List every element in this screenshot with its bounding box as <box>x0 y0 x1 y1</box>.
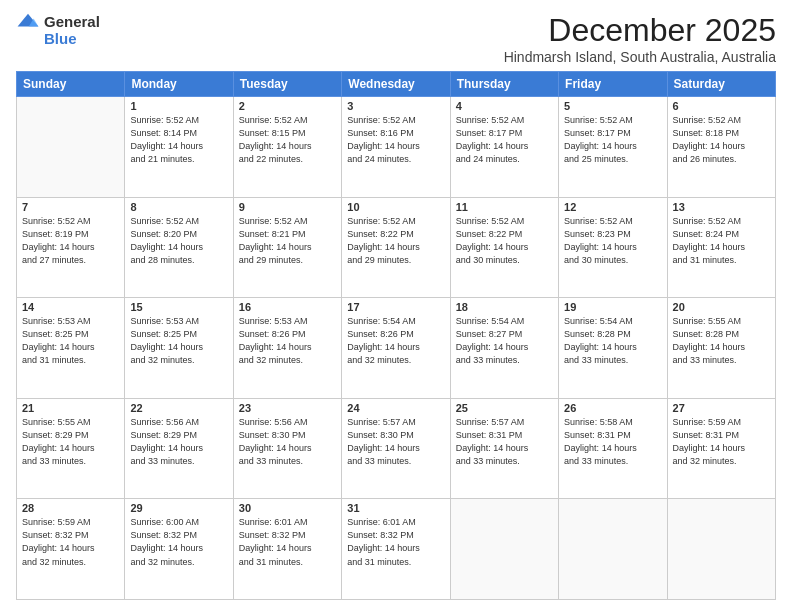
day-number: 24 <box>347 402 444 414</box>
day-number: 21 <box>22 402 119 414</box>
logo: General Blue <box>16 12 100 47</box>
table-row: 1Sunrise: 5:52 AM Sunset: 8:14 PM Daylig… <box>125 97 233 198</box>
day-info: Sunrise: 5:59 AM Sunset: 8:31 PM Dayligh… <box>673 416 770 468</box>
day-number: 4 <box>456 100 553 112</box>
table-row: 23Sunrise: 5:56 AM Sunset: 8:30 PM Dayli… <box>233 398 341 499</box>
day-number: 28 <box>22 502 119 514</box>
day-info: Sunrise: 5:52 AM Sunset: 8:23 PM Dayligh… <box>564 215 661 267</box>
day-info: Sunrise: 5:53 AM Sunset: 8:26 PM Dayligh… <box>239 315 336 367</box>
day-info: Sunrise: 5:59 AM Sunset: 8:32 PM Dayligh… <box>22 516 119 568</box>
day-info: Sunrise: 5:52 AM Sunset: 8:20 PM Dayligh… <box>130 215 227 267</box>
table-row: 2Sunrise: 5:52 AM Sunset: 8:15 PM Daylig… <box>233 97 341 198</box>
table-row: 24Sunrise: 5:57 AM Sunset: 8:30 PM Dayli… <box>342 398 450 499</box>
day-number: 19 <box>564 301 661 313</box>
col-tuesday: Tuesday <box>233 72 341 97</box>
table-row: 5Sunrise: 5:52 AM Sunset: 8:17 PM Daylig… <box>559 97 667 198</box>
day-number: 30 <box>239 502 336 514</box>
day-info: Sunrise: 6:00 AM Sunset: 8:32 PM Dayligh… <box>130 516 227 568</box>
day-number: 29 <box>130 502 227 514</box>
table-row <box>559 499 667 600</box>
day-number: 20 <box>673 301 770 313</box>
day-info: Sunrise: 5:52 AM Sunset: 8:22 PM Dayligh… <box>347 215 444 267</box>
table-row: 13Sunrise: 5:52 AM Sunset: 8:24 PM Dayli… <box>667 197 775 298</box>
calendar-header-row: Sunday Monday Tuesday Wednesday Thursday… <box>17 72 776 97</box>
day-number: 7 <box>22 201 119 213</box>
day-info: Sunrise: 5:55 AM Sunset: 8:29 PM Dayligh… <box>22 416 119 468</box>
day-number: 14 <box>22 301 119 313</box>
day-info: Sunrise: 5:58 AM Sunset: 8:31 PM Dayligh… <box>564 416 661 468</box>
table-row: 15Sunrise: 5:53 AM Sunset: 8:25 PM Dayli… <box>125 298 233 399</box>
calendar-body: 1Sunrise: 5:52 AM Sunset: 8:14 PM Daylig… <box>17 97 776 600</box>
day-number: 13 <box>673 201 770 213</box>
day-info: Sunrise: 5:54 AM Sunset: 8:26 PM Dayligh… <box>347 315 444 367</box>
day-info: Sunrise: 5:52 AM Sunset: 8:21 PM Dayligh… <box>239 215 336 267</box>
calendar-week-row: 1Sunrise: 5:52 AM Sunset: 8:14 PM Daylig… <box>17 97 776 198</box>
table-row: 17Sunrise: 5:54 AM Sunset: 8:26 PM Dayli… <box>342 298 450 399</box>
col-wednesday: Wednesday <box>342 72 450 97</box>
table-row: 8Sunrise: 5:52 AM Sunset: 8:20 PM Daylig… <box>125 197 233 298</box>
header: General Blue December 2025 Hindmarsh Isl… <box>16 12 776 65</box>
day-number: 9 <box>239 201 336 213</box>
table-row: 27Sunrise: 5:59 AM Sunset: 8:31 PM Dayli… <box>667 398 775 499</box>
table-row: 3Sunrise: 5:52 AM Sunset: 8:16 PM Daylig… <box>342 97 450 198</box>
calendar-week-row: 28Sunrise: 5:59 AM Sunset: 8:32 PM Dayli… <box>17 499 776 600</box>
day-info: Sunrise: 5:56 AM Sunset: 8:30 PM Dayligh… <box>239 416 336 468</box>
day-number: 15 <box>130 301 227 313</box>
table-row <box>667 499 775 600</box>
table-row: 6Sunrise: 5:52 AM Sunset: 8:18 PM Daylig… <box>667 97 775 198</box>
calendar-table: Sunday Monday Tuesday Wednesday Thursday… <box>16 71 776 600</box>
col-sunday: Sunday <box>17 72 125 97</box>
month-title: December 2025 <box>504 12 776 49</box>
day-info: Sunrise: 5:55 AM Sunset: 8:28 PM Dayligh… <box>673 315 770 367</box>
table-row: 21Sunrise: 5:55 AM Sunset: 8:29 PM Dayli… <box>17 398 125 499</box>
day-number: 3 <box>347 100 444 112</box>
day-info: Sunrise: 5:54 AM Sunset: 8:27 PM Dayligh… <box>456 315 553 367</box>
table-row: 29Sunrise: 6:00 AM Sunset: 8:32 PM Dayli… <box>125 499 233 600</box>
table-row: 18Sunrise: 5:54 AM Sunset: 8:27 PM Dayli… <box>450 298 558 399</box>
day-number: 6 <box>673 100 770 112</box>
day-number: 17 <box>347 301 444 313</box>
day-info: Sunrise: 5:52 AM Sunset: 8:22 PM Dayligh… <box>456 215 553 267</box>
day-info: Sunrise: 5:57 AM Sunset: 8:31 PM Dayligh… <box>456 416 553 468</box>
table-row: 10Sunrise: 5:52 AM Sunset: 8:22 PM Dayli… <box>342 197 450 298</box>
logo-blue: Blue <box>44 30 77 47</box>
day-info: Sunrise: 5:52 AM Sunset: 8:14 PM Dayligh… <box>130 114 227 166</box>
day-info: Sunrise: 5:52 AM Sunset: 8:18 PM Dayligh… <box>673 114 770 166</box>
day-info: Sunrise: 6:01 AM Sunset: 8:32 PM Dayligh… <box>239 516 336 568</box>
table-row: 9Sunrise: 5:52 AM Sunset: 8:21 PM Daylig… <box>233 197 341 298</box>
day-number: 18 <box>456 301 553 313</box>
day-info: Sunrise: 5:57 AM Sunset: 8:30 PM Dayligh… <box>347 416 444 468</box>
day-info: Sunrise: 5:52 AM Sunset: 8:17 PM Dayligh… <box>456 114 553 166</box>
day-info: Sunrise: 5:52 AM Sunset: 8:15 PM Dayligh… <box>239 114 336 166</box>
col-monday: Monday <box>125 72 233 97</box>
day-number: 1 <box>130 100 227 112</box>
page: General Blue December 2025 Hindmarsh Isl… <box>0 0 792 612</box>
logo-icon <box>16 12 40 30</box>
table-row: 22Sunrise: 5:56 AM Sunset: 8:29 PM Dayli… <box>125 398 233 499</box>
day-number: 31 <box>347 502 444 514</box>
table-row: 19Sunrise: 5:54 AM Sunset: 8:28 PM Dayli… <box>559 298 667 399</box>
day-info: Sunrise: 5:52 AM Sunset: 8:17 PM Dayligh… <box>564 114 661 166</box>
table-row: 20Sunrise: 5:55 AM Sunset: 8:28 PM Dayli… <box>667 298 775 399</box>
day-info: Sunrise: 5:52 AM Sunset: 8:16 PM Dayligh… <box>347 114 444 166</box>
day-number: 25 <box>456 402 553 414</box>
table-row: 28Sunrise: 5:59 AM Sunset: 8:32 PM Dayli… <box>17 499 125 600</box>
calendar-week-row: 21Sunrise: 5:55 AM Sunset: 8:29 PM Dayli… <box>17 398 776 499</box>
table-row: 31Sunrise: 6:01 AM Sunset: 8:32 PM Dayli… <box>342 499 450 600</box>
day-number: 27 <box>673 402 770 414</box>
day-info: Sunrise: 6:01 AM Sunset: 8:32 PM Dayligh… <box>347 516 444 568</box>
table-row: 4Sunrise: 5:52 AM Sunset: 8:17 PM Daylig… <box>450 97 558 198</box>
table-row: 25Sunrise: 5:57 AM Sunset: 8:31 PM Dayli… <box>450 398 558 499</box>
table-row: 16Sunrise: 5:53 AM Sunset: 8:26 PM Dayli… <box>233 298 341 399</box>
day-info: Sunrise: 5:56 AM Sunset: 8:29 PM Dayligh… <box>130 416 227 468</box>
title-block: December 2025 Hindmarsh Island, South Au… <box>504 12 776 65</box>
table-row: 12Sunrise: 5:52 AM Sunset: 8:23 PM Dayli… <box>559 197 667 298</box>
subtitle: Hindmarsh Island, South Australia, Austr… <box>504 49 776 65</box>
day-number: 8 <box>130 201 227 213</box>
col-friday: Friday <box>559 72 667 97</box>
day-number: 26 <box>564 402 661 414</box>
day-info: Sunrise: 5:53 AM Sunset: 8:25 PM Dayligh… <box>22 315 119 367</box>
day-info: Sunrise: 5:54 AM Sunset: 8:28 PM Dayligh… <box>564 315 661 367</box>
table-row: 7Sunrise: 5:52 AM Sunset: 8:19 PM Daylig… <box>17 197 125 298</box>
day-number: 12 <box>564 201 661 213</box>
